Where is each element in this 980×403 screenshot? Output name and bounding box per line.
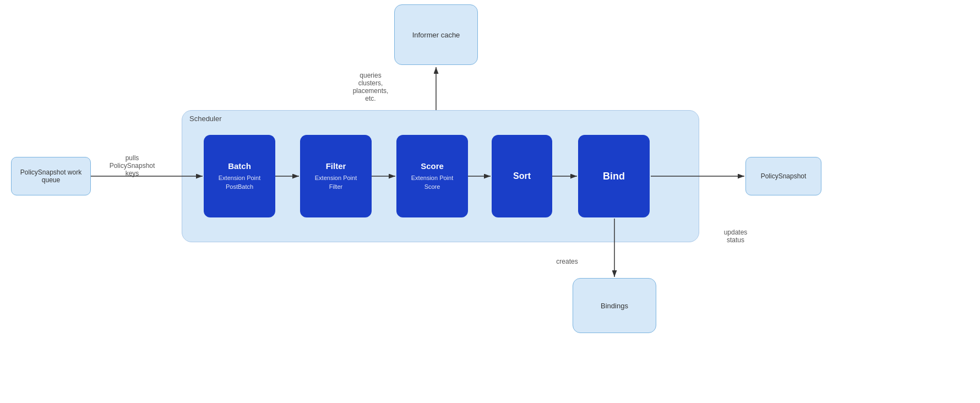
bind-title: Bind: [603, 171, 625, 182]
stage-batch-box: Batch Extension PointPostBatch: [204, 135, 275, 217]
stage-filter-box: Filter Extension PointFilter: [300, 135, 372, 217]
sort-title: Sort: [513, 171, 531, 181]
informer-cache-label: Informer cache: [412, 31, 460, 39]
batch-title: Batch: [228, 161, 251, 171]
queries-label: queriesclusters,placements,etc.: [340, 72, 401, 102]
scheduler-label: Scheduler: [189, 115, 222, 123]
stage-sort-box: Sort: [492, 135, 552, 217]
pulls-label: pullsPolicySnapshotkeys: [99, 154, 165, 177]
stage-bind-box: Bind: [578, 135, 650, 217]
score-subtitle: Extension PointScore: [411, 174, 453, 191]
policy-queue-label: PolicySnapshot workqueue: [20, 168, 81, 184]
creates-label: creates: [545, 258, 589, 265]
diagram-container: Informer cache Scheduler PolicySnapshot …: [0, 0, 980, 403]
policy-snapshot-box: PolicySnapshot: [745, 157, 821, 195]
policy-queue-box: PolicySnapshot workqueue: [11, 157, 91, 195]
score-title: Score: [421, 161, 444, 171]
batch-subtitle: Extension PointPostBatch: [219, 174, 260, 191]
bindings-box: Bindings: [573, 278, 656, 333]
filter-subtitle: Extension PointFilter: [315, 174, 357, 191]
informer-cache-box: Informer cache: [394, 4, 478, 65]
stage-score-box: Score Extension PointScore: [396, 135, 468, 217]
updates-status-label: updatesstatus: [714, 228, 758, 244]
bindings-label: Bindings: [601, 302, 628, 310]
filter-title: Filter: [326, 161, 346, 171]
policy-snapshot-label: PolicySnapshot: [761, 172, 807, 180]
